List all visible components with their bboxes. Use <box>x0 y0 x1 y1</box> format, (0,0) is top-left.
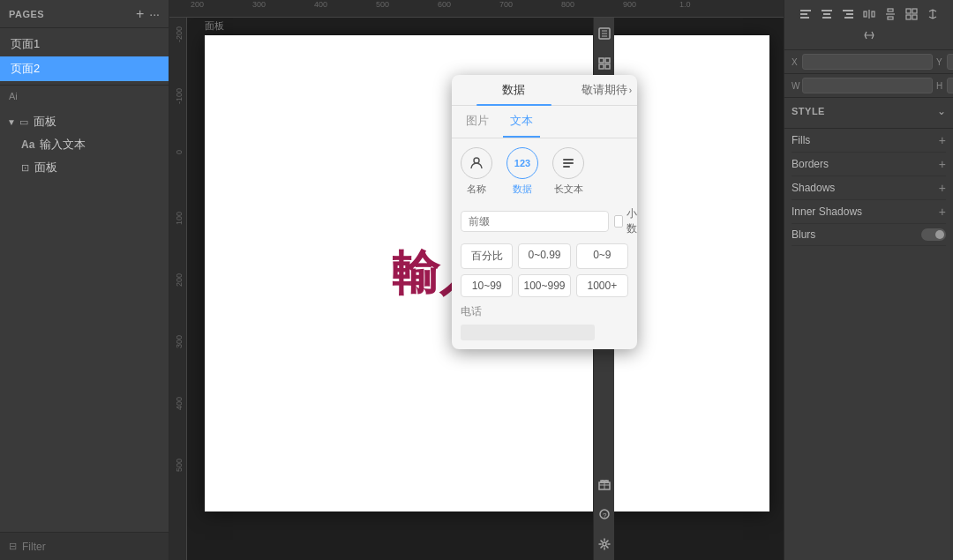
blurs-toggle[interactable] <box>921 228 946 241</box>
borders-label: Borders <box>792 158 829 170</box>
borders-add-icon[interactable]: + <box>939 157 946 171</box>
popup-subtab-text[interactable]: 文本 <box>503 106 540 138</box>
svg-point-0 <box>474 158 479 163</box>
canvas-icon-1[interactable] <box>594 23 615 44</box>
toolbar-align-center[interactable] <box>818 5 836 23</box>
svg-text:?: ? <box>603 511 607 519</box>
svg-rect-23 <box>822 10 832 11</box>
w-input[interactable] <box>802 78 933 93</box>
style-expand-icon[interactable]: ⌄ <box>937 105 946 117</box>
frame-icon: ▭ <box>19 116 28 128</box>
popup-section-label: 电话 <box>461 304 628 319</box>
coord-y-field: Y <box>936 54 953 70</box>
svg-rect-5 <box>599 58 604 63</box>
popup-button-grid: 百分比 0~0.99 0~9 10~99 100~999 1000+ <box>461 243 628 297</box>
toolbar-group[interactable] <box>903 5 920 23</box>
popup-subtab-image[interactable]: 图片 <box>459 106 496 138</box>
ruler-mark-300: 300 <box>252 0 266 9</box>
popup-data-label: 数据 <box>513 183 532 196</box>
more-pages-icon[interactable]: ··· <box>149 7 160 21</box>
ruler-left-mark-neg200: -200 <box>175 26 184 42</box>
svg-rect-36 <box>912 9 917 13</box>
popup-btn-percent[interactable]: 百分比 <box>461 243 513 269</box>
x-input[interactable] <box>802 54 933 70</box>
filter-label: Filter <box>22 541 46 553</box>
ruler-mark-600: 600 <box>438 0 451 9</box>
page-item-1[interactable]: 页面1 <box>0 32 169 56</box>
pages-actions: + ··· <box>136 6 160 22</box>
popup-prefix-input[interactable] <box>461 211 609 232</box>
ruler-left-mark-300: 300 <box>175 335 184 348</box>
sidebar-header: PAGES + ··· <box>0 0 169 28</box>
style-row-borders: Borders + <box>792 153 946 176</box>
style-row-blurs: Blurs <box>792 224 946 246</box>
canvas-icon-settings[interactable] <box>594 534 615 555</box>
style-rows: Fills + Borders + Shadows + Inner Shadow… <box>784 129 953 246</box>
popup-tab-data[interactable]: 数据 <box>452 75 576 105</box>
page-item-2[interactable]: 页面2 <box>0 56 169 81</box>
popup-icon-name[interactable]: 名称 <box>461 147 492 196</box>
toolbar-distribute-v[interactable] <box>882 5 899 23</box>
y-input[interactable] <box>947 54 953 70</box>
svg-rect-25 <box>822 17 831 19</box>
popup-btn-100-999[interactable]: 100~999 <box>518 274 570 297</box>
popup-btn-10-99[interactable]: 10~99 <box>461 274 513 297</box>
popup-longtext-label: 长文本 <box>554 183 583 196</box>
frame-small-icon: ⊡ <box>21 162 29 174</box>
ruler-left-mark-500: 500 <box>175 459 184 472</box>
popup-search-row: 小数 <box>461 206 628 236</box>
layer-item-text-input[interactable]: Aa 输入文本 <box>0 133 169 156</box>
popup-btn-0-9[interactable]: 0~9 <box>576 243 628 269</box>
ruler-mark-900: 900 <box>623 0 636 9</box>
svg-rect-6 <box>605 58 610 63</box>
ruler-left: -200 -100 0 100 200 300 400 500 <box>169 18 187 560</box>
canvas-icon-help[interactable]: ? <box>594 504 615 525</box>
layer-group-frame[interactable]: ▼ ▭ 面板 <box>0 110 169 133</box>
svg-rect-21 <box>800 13 807 15</box>
popup-btn-1000plus[interactable]: 1000+ <box>576 274 628 297</box>
left-sidebar: PAGES + ··· 页面1 页面2 Ai ▼ ▭ 面板 Aa 输入文本 ⊡ <box>0 0 169 560</box>
expand-arrow-icon: ▼ <box>7 117 16 127</box>
popup-name-label: 名称 <box>467 183 486 196</box>
artboard-label: 面板 <box>205 19 224 33</box>
style-header: STYLE ⌄ <box>792 105 946 117</box>
toolbar-flip-h[interactable] <box>924 5 942 23</box>
style-section: STYLE ⌄ <box>784 98 953 129</box>
style-row-inner-shadows: Inner Shadows + <box>792 200 946 224</box>
fills-add-icon[interactable]: + <box>939 133 946 147</box>
style-title: STYLE <box>792 106 825 116</box>
ruler-top-content: 200 300 400 500 600 700 800 900 1.0 <box>187 0 784 17</box>
svg-rect-24 <box>823 13 830 15</box>
h-input[interactable] <box>947 78 953 93</box>
toolbar-align-left[interactable] <box>797 5 814 23</box>
ruler-left-mark-200: 200 <box>175 273 184 287</box>
layer-item-label-1: 面板 <box>34 160 57 175</box>
add-page-icon[interactable]: + <box>136 6 144 22</box>
toolbar-align-right[interactable] <box>839 5 857 23</box>
svg-rect-20 <box>800 10 811 11</box>
inner-shadows-add-icon[interactable]: + <box>939 205 946 219</box>
canvas-icon-2[interactable] <box>594 53 615 74</box>
popup-tab-more[interactable]: 敬请期待 › <box>576 75 637 105</box>
svg-rect-32 <box>888 9 893 11</box>
layer-item-frame[interactable]: ⊡ 面板 <box>0 156 169 179</box>
popup-icon-data[interactable]: 123 数据 <box>507 147 538 196</box>
toolbar-flip-v[interactable] <box>860 26 878 44</box>
toolbar-distribute-h[interactable] <box>860 5 878 23</box>
canvas-icon-gift[interactable] <box>594 474 615 495</box>
filter-icon: ⊟ <box>9 541 17 552</box>
popup-btn-0-099[interactable]: 0~0.99 <box>518 243 570 269</box>
fills-label: Fills <box>792 134 810 146</box>
decimal-checkbox[interactable] <box>614 215 623 228</box>
svg-rect-29 <box>864 11 867 17</box>
svg-rect-2 <box>563 162 574 164</box>
svg-rect-8 <box>605 64 610 69</box>
svg-rect-35 <box>906 9 911 13</box>
coords-xy-row: X Y ⌃ <box>784 50 953 74</box>
svg-rect-37 <box>906 15 911 19</box>
popup-icon-longtext[interactable]: 长文本 <box>552 147 584 196</box>
shadows-add-icon[interactable]: + <box>939 181 946 195</box>
svg-rect-38 <box>912 15 917 19</box>
ruler-left-mark-100: 100 <box>175 212 184 225</box>
ruler-mark-800: 800 <box>561 0 574 9</box>
